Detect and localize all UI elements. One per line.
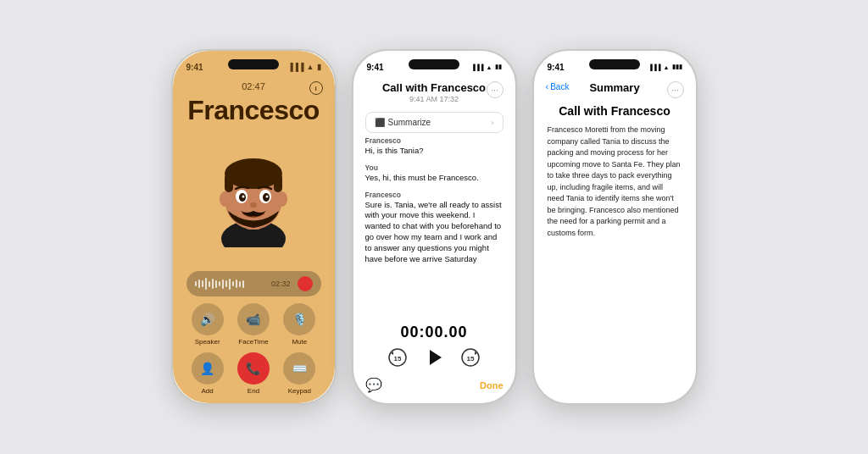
summary-call-title: Call with Francesco: [548, 104, 682, 118]
speaker-3: Francesco: [365, 191, 504, 199]
call-controls-top: 🔊 Speaker 📹 FaceTime 🎙️ Mute: [173, 296, 335, 349]
waveform-timer: 02:32: [271, 280, 291, 288]
svg-marker-17: [430, 350, 442, 365]
text-1: Hi, is this Tania?: [365, 146, 504, 157]
waveform-bar: 02:32: [186, 271, 321, 296]
mute-icon: 🎙️: [283, 303, 315, 335]
svg-rect-4: [225, 174, 233, 192]
svg-text:15: 15: [394, 355, 402, 363]
done-button[interactable]: Done: [480, 380, 504, 390]
svg-rect-5: [274, 174, 282, 192]
speaker-button[interactable]: 🔊 Speaker: [192, 303, 224, 346]
svg-text:15: 15: [467, 355, 475, 363]
summarize-button[interactable]: ⬛ Summarize ›: [365, 112, 504, 133]
status-icons-1: ▐▐▐ ▲ ▮: [287, 63, 320, 71]
battery-icon-2: ▮▮: [495, 64, 502, 70]
svg-point-12: [242, 196, 245, 198]
transcript-footer: 💬 Done: [353, 374, 515, 403]
mute-label: Mute: [292, 338, 307, 346]
phone-summary: 9:41 ▐▐▐ ▲ ▮▮▮ ‹ Back Summary ··· Call w…: [532, 49, 698, 405]
forward-button[interactable]: 15: [460, 347, 481, 368]
text-3: Sure is. Tania, we're all ready to assis…: [365, 200, 504, 265]
svg-point-13: [266, 196, 269, 198]
wifi-icon-2: ▲: [487, 64, 492, 70]
playback-timer: 00:00.00: [400, 324, 467, 341]
end-icon: 📞: [237, 352, 270, 385]
dynamic-island-3: [589, 59, 640, 69]
wave-bars: [195, 278, 268, 290]
playback-area: 00:00.00 15: [353, 317, 515, 374]
message-2: You Yes, hi, this must be Francesco.: [365, 163, 504, 184]
phone-call: 9:41 ▐▐▐ ▲ ▮ i 02:47 Francesco: [171, 49, 337, 405]
playback-controls: 15 15: [387, 345, 481, 370]
speaker-icon: 🔊: [192, 303, 224, 335]
signal-icon: ▐▐▐: [287, 63, 303, 71]
time-1: 9:41: [186, 63, 203, 72]
record-button[interactable]: [298, 276, 313, 291]
facetime-label: FaceTime: [238, 338, 268, 346]
transcript-subtitle: 9:41 AM 17:32: [370, 95, 498, 103]
dynamic-island: [228, 59, 279, 69]
facetime-icon: 📹: [237, 303, 270, 335]
speaker-label: Speaker: [195, 338, 220, 346]
time-2: 9:41: [367, 63, 384, 72]
time-3: 9:41: [548, 63, 565, 72]
signal-icon-2: ▐▐▐: [471, 64, 484, 70]
keypad-label: Keypad: [288, 387, 311, 395]
back-label: Back: [550, 82, 569, 91]
summary-body: Call with Francesco Francesco Moretti fr…: [534, 99, 696, 403]
page-title: Summary: [589, 81, 639, 94]
keypad-button[interactable]: ⌨️ Keypad: [283, 352, 315, 395]
svg-point-3: [225, 158, 282, 189]
wifi-icon-3: ▲: [664, 64, 670, 70]
forward-icon: 15: [461, 348, 480, 367]
wifi-icon: ▲: [307, 63, 314, 71]
summarize-label: Summarize: [388, 118, 492, 127]
more-button-2[interactable]: ···: [487, 81, 504, 98]
summarize-icon: ⬛: [375, 118, 385, 127]
back-chevron-icon: ‹: [546, 81, 549, 91]
message-1: Francesco Hi, is this Tania?: [365, 136, 504, 157]
summary-text: Francesco Moretti from the moving compan…: [548, 125, 682, 239]
mute-button[interactable]: 🎙️ Mute: [283, 303, 315, 346]
end-call-button[interactable]: 📞 End: [237, 352, 270, 395]
phones-container: 9:41 ▐▐▐ ▲ ▮ i 02:47 Francesco: [171, 49, 698, 405]
svg-point-7: [277, 191, 287, 207]
signal-icon-3: ▐▐▐: [648, 64, 661, 70]
end-label: End: [248, 387, 259, 395]
footer-icon: 💬: [365, 377, 382, 393]
avatar-area: [173, 126, 335, 271]
add-button[interactable]: 👤 Add: [192, 352, 224, 395]
info-icon[interactable]: i: [309, 81, 323, 95]
speaker-1: Francesco: [365, 136, 504, 145]
battery-icon-3: ▮▮▮: [672, 64, 682, 70]
transcript-body: Francesco Hi, is this Tania? You Yes, hi…: [353, 136, 515, 317]
memoji-avatar: [211, 150, 296, 247]
keypad-icon: ⌨️: [283, 352, 315, 385]
play-button[interactable]: [421, 345, 447, 370]
message-3: Francesco Sure is. Tania, we're all read…: [365, 191, 504, 265]
rewind-button[interactable]: 15: [387, 347, 408, 368]
add-icon: 👤: [192, 352, 224, 385]
facetime-button[interactable]: 📹 FaceTime: [237, 303, 270, 346]
status-icons-2: ▐▐▐ ▲ ▮▮: [471, 64, 502, 70]
more-button-3[interactable]: ···: [667, 81, 684, 98]
rewind-icon: 15: [388, 348, 407, 367]
caller-name: Francesco: [173, 95, 335, 126]
phone-transcript: 9:41 ▐▐▐ ▲ ▮▮ Call with Francesco 9:41 A…: [352, 49, 517, 405]
dynamic-island-2: [409, 59, 459, 69]
status-icons-3: ▐▐▐ ▲ ▮▮▮: [648, 64, 682, 70]
speaker-2: You: [365, 163, 504, 172]
summarize-chevron: ›: [492, 119, 494, 127]
play-icon: [422, 346, 446, 369]
text-2: Yes, hi, this must be Francesco.: [365, 173, 504, 184]
battery-icon: ▮: [317, 63, 321, 71]
transcript-title: Call with Francesco: [370, 81, 498, 94]
svg-point-14: [250, 202, 257, 208]
add-label: Add: [202, 387, 214, 395]
call-controls-bottom: 👤 Add 📞 End ⌨️ Keypad: [173, 349, 335, 403]
back-button[interactable]: ‹ Back: [546, 81, 570, 91]
svg-point-6: [220, 191, 230, 207]
